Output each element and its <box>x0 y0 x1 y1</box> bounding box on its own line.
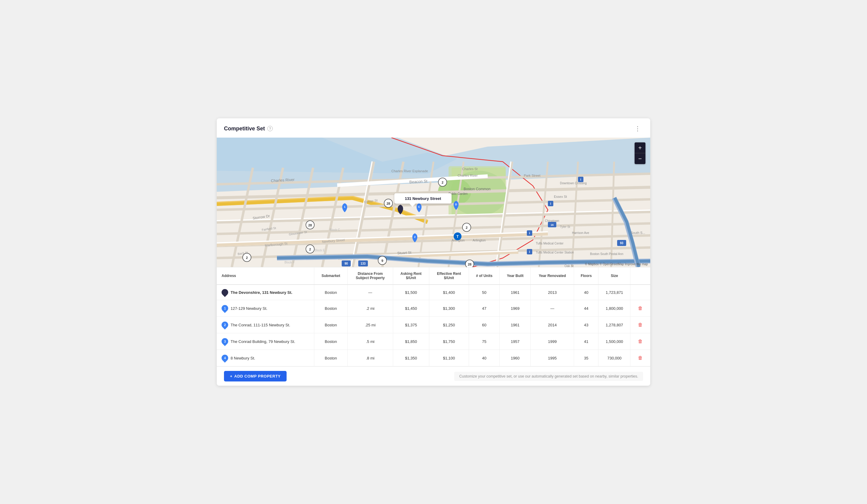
delete-row-button[interactable]: 🗑 <box>637 321 644 329</box>
svg-text:2: 2 <box>466 226 468 229</box>
svg-text:Arlington: Arlington <box>473 238 485 242</box>
cell-submarket: Boston <box>314 350 348 366</box>
svg-text:Beacon St: Beacon St <box>409 179 427 184</box>
delete-row-button[interactable]: 🗑 <box>637 337 644 345</box>
zoom-in-button[interactable]: + <box>634 142 645 153</box>
title-text: Competitive Set <box>224 126 265 132</box>
svg-text:2: 2 <box>442 181 443 184</box>
cell-submarket: Boston <box>314 333 348 350</box>
cell-submarket: Boston <box>314 300 348 317</box>
svg-text:Block C: Block C <box>330 228 340 232</box>
cell-effective_rent: $1,250 <box>429 317 469 333</box>
svg-text:i: i <box>550 202 551 205</box>
improve-map-link[interactable]: Improve this map <box>625 262 648 266</box>
svg-text:Park Street: Park Street <box>524 174 540 177</box>
svg-text:28: 28 <box>308 223 312 227</box>
svg-text:i: i <box>529 231 530 235</box>
delete-cell <box>630 285 650 300</box>
add-comp-property-button[interactable]: + ADD COMP PROPERTY <box>224 371 287 382</box>
map-zoom-controls: + − <box>634 142 645 164</box>
cell-effective_rent: $1,400 <box>429 285 469 300</box>
help-icon[interactable]: ? <box>267 126 273 131</box>
svg-text:Stuart St: Stuart St <box>397 250 411 255</box>
svg-text:1: 1 <box>344 205 345 208</box>
svg-text:T: T <box>456 235 459 239</box>
svg-text:131 Newbury Street: 131 Newbury Street <box>405 196 441 201</box>
table-row: The Devonshire, 131 Newbury St. Boston—$… <box>217 285 650 300</box>
svg-text:2: 2 <box>246 256 248 259</box>
competitive-set-table: Address Submarket Distance FromSubject P… <box>217 267 650 366</box>
svg-text:93: 93 <box>620 242 623 245</box>
svg-text:Charles River Esplanade: Charles River Esplanade <box>392 169 428 173</box>
table-row: 2 The Conrad, 111-115 Newbury St. Boston… <box>217 317 650 333</box>
delete-row-button[interactable]: 🗑 <box>637 354 644 362</box>
svg-text:90: 90 <box>344 262 348 265</box>
cell-floors: 41 <box>574 333 599 350</box>
cell-year_renovated: 1995 <box>531 350 574 366</box>
cell-submarket: Boston <box>314 285 348 300</box>
delete-cell: 🗑 <box>630 333 650 350</box>
cell-submarket: Boston <box>314 317 348 333</box>
cell-asking_rent: $1,850 <box>393 333 429 350</box>
cell-size: 730,000 <box>599 350 630 366</box>
competitive-set-card: Competitive Set ? ⋮ <box>217 118 650 386</box>
cell-year_renovated: 2013 <box>531 285 574 300</box>
svg-text:Charles St: Charles St <box>462 167 478 171</box>
address-text: The Conrad, 111-115 Newbury St. <box>231 323 290 327</box>
col-distance: Distance FromSubject Property <box>348 267 393 285</box>
svg-text:South S...: South S... <box>631 231 645 235</box>
add-comp-icon: + <box>230 374 233 378</box>
col-address: Address <box>217 267 314 285</box>
cell-units: 40 <box>469 350 500 366</box>
pin-icon: 1 <box>220 303 229 313</box>
map-svg: Charles River Storrow Dr Beacon St Exete… <box>217 138 650 267</box>
svg-text:Oak St: Oak St <box>565 264 574 267</box>
footer-note: Customize your competitive set, or use o… <box>454 372 643 381</box>
svg-text:28: 28 <box>468 262 471 266</box>
cell-effective_rent: $1,100 <box>429 350 469 366</box>
address-text: The Conrad Building, 79 Newbury St. <box>231 339 295 344</box>
cell-asking_rent: $1,350 <box>393 350 429 366</box>
cell-units: 75 <box>469 333 500 350</box>
more-options-button[interactable]: ⋮ <box>632 124 643 133</box>
cell-floors: 40 <box>574 285 599 300</box>
delete-cell: 🗑 <box>630 300 650 317</box>
address-cell: 4 8 Newbury St. <box>217 350 314 366</box>
svg-text:16: 16 <box>550 223 554 226</box>
cell-distance: .2 mi <box>348 300 393 317</box>
delete-cell: 🗑 <box>630 350 650 366</box>
col-effective-rent: Effective Rent$/Unit <box>429 267 469 285</box>
svg-text:Boston South Postal Ann: Boston South Postal Ann <box>590 252 623 256</box>
svg-text:Boston Common: Boston Common <box>464 187 490 191</box>
col-size: Size <box>599 267 630 285</box>
card-title: Competitive Set ? <box>224 126 273 132</box>
svg-text:Block F: Block F <box>285 261 295 264</box>
cell-distance: — <box>348 285 393 300</box>
table-row: 3 The Conrad Building, 79 Newbury St. Bo… <box>217 333 650 350</box>
cell-size: 1,278,807 <box>599 317 630 333</box>
cell-size: 1,500,000 <box>599 333 630 350</box>
pin-icon <box>220 288 229 297</box>
table-row: 4 8 Newbury St. Boston.8 mi$1,350$1,1004… <box>217 350 650 366</box>
cell-year_built: 1961 <box>500 317 531 333</box>
address-text: 8 Newbury St. <box>231 356 255 361</box>
cell-distance: .8 mi <box>348 350 393 366</box>
svg-text:D: D <box>455 203 457 206</box>
address-text: The Devonshire, 131 Newbury St. <box>231 290 292 295</box>
svg-text:133: 133 <box>361 262 366 265</box>
cell-asking_rent: $1,375 <box>393 317 429 333</box>
table-header: Address Submarket Distance FromSubject P… <box>217 267 650 285</box>
col-units: # of Units <box>469 267 500 285</box>
cell-year_built: 1960 <box>500 350 531 366</box>
svg-text:28: 28 <box>387 202 390 205</box>
svg-text:C: C <box>418 205 420 208</box>
map-attribution: © Mapbox © OpenStreetMap Improve this ma… <box>585 262 648 266</box>
svg-text:Essex St: Essex St <box>554 195 567 199</box>
table-row: 1 127-129 Newbury St. Boston.2 mi$1,450$… <box>217 300 650 317</box>
svg-text:Harrison Ave: Harrison Ave <box>572 231 589 235</box>
col-submarket: Submarket <box>314 267 348 285</box>
delete-row-button[interactable]: 🗑 <box>637 304 644 312</box>
cell-asking_rent: $1,500 <box>393 285 429 300</box>
svg-text:Tyler St: Tyler St <box>560 225 570 228</box>
zoom-out-button[interactable]: − <box>634 153 645 164</box>
